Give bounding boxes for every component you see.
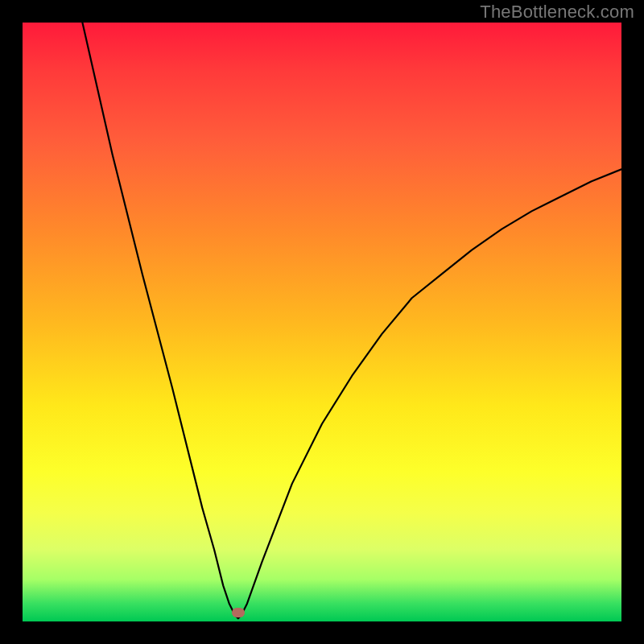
bottleneck-curve — [82, 23, 621, 618]
curve-svg — [23, 23, 621, 621]
plot-area — [23, 23, 621, 621]
optimal-point-marker — [232, 608, 245, 617]
chart-frame: TheBottleneck.com — [0, 0, 644, 644]
watermark-text: TheBottleneck.com — [480, 2, 634, 23]
